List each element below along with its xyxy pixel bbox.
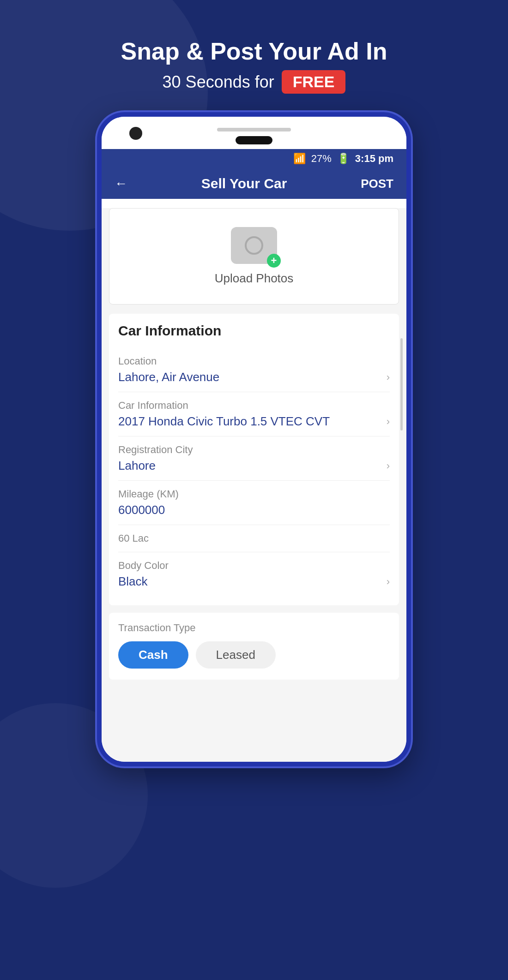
- phone-camera: [129, 127, 142, 140]
- car-model-value-row: 2017 Honda Civic Turbo 1.5 VTEC CVT ›: [118, 414, 390, 429]
- header-title: Snap & Post Your Ad In: [0, 37, 508, 66]
- phone-wrapper: 📶 27% 🔋 3:15 pm ← Sell Your Car POST + U…: [0, 112, 508, 766]
- reg-city-value-row: Lahore ›: [118, 459, 390, 473]
- location-value: Lahore, Air Avenue: [118, 370, 219, 384]
- transaction-section: Transaction Type Cash Leased: [109, 613, 399, 680]
- reg-city-label: Registration City: [118, 444, 390, 456]
- transaction-label: Transaction Type: [118, 622, 390, 634]
- location-value-row: Lahore, Air Avenue ›: [118, 370, 390, 384]
- reg-city-row[interactable]: Registration City Lahore ›: [118, 436, 390, 481]
- status-bar: 📶 27% 🔋 3:15 pm: [102, 149, 406, 168]
- nav-title: Sell Your Car: [201, 176, 287, 191]
- transaction-buttons: Cash Leased: [118, 641, 390, 669]
- body-color-row[interactable]: Body Color Black ›: [118, 552, 390, 596]
- camera-lens-icon: [245, 236, 263, 255]
- free-badge: FREE: [282, 70, 346, 94]
- car-model-chevron-icon: ›: [387, 416, 390, 428]
- body-color-value-row: Black ›: [118, 574, 390, 589]
- camera-icon-wrapper: +: [231, 227, 277, 264]
- nav-bar: ← Sell Your Car POST: [102, 168, 406, 199]
- phone-content: + Upload Photos Car Information Location…: [102, 208, 406, 762]
- location-chevron-icon: ›: [387, 371, 390, 383]
- header-subtitle: 30 Seconds for FREE: [0, 70, 508, 94]
- car-info-section: Car Information Location Lahore, Air Ave…: [109, 314, 399, 605]
- mileage-row[interactable]: Mileage (KM) 6000000: [118, 481, 390, 525]
- body-color-chevron-icon: ›: [387, 576, 390, 588]
- upload-section[interactable]: + Upload Photos: [109, 208, 399, 305]
- battery-icon: 🔋: [337, 153, 350, 165]
- status-time: 3:15 pm: [355, 153, 393, 165]
- mileage-value-row: 6000000: [118, 503, 390, 517]
- plus-icon: +: [267, 254, 281, 268]
- reg-city-value: Lahore: [118, 459, 156, 473]
- signal-icon: 📶: [293, 153, 306, 165]
- car-model-row[interactable]: Car Information 2017 Honda Civic Turbo 1…: [118, 392, 390, 436]
- phone-device: 📶 27% 🔋 3:15 pm ← Sell Your Car POST + U…: [97, 112, 411, 766]
- scrollbar: [400, 338, 403, 430]
- reg-city-chevron-icon: ›: [387, 460, 390, 472]
- phone-pill: [236, 136, 272, 144]
- price-label: 60 Lac: [118, 532, 149, 544]
- body-color-value: Black: [118, 574, 148, 589]
- back-button[interactable]: ←: [115, 176, 127, 191]
- body-color-label: Body Color: [118, 560, 390, 572]
- location-label: Location: [118, 355, 390, 367]
- leased-button[interactable]: Leased: [196, 641, 276, 669]
- price-row: 60 Lac: [118, 525, 390, 552]
- cash-button[interactable]: Cash: [118, 641, 188, 669]
- mileage-value: 6000000: [118, 503, 165, 517]
- mileage-label: Mileage (KM): [118, 488, 390, 500]
- car-model-label: Car Information: [118, 400, 390, 412]
- battery-percent: 27%: [311, 153, 332, 165]
- car-info-title: Car Information: [118, 323, 390, 339]
- location-row[interactable]: Location Lahore, Air Avenue ›: [118, 348, 390, 392]
- phone-top: [102, 117, 406, 149]
- upload-label: Upload Photos: [215, 271, 294, 286]
- phone-speaker: [217, 128, 291, 131]
- header-section: Snap & Post Your Ad In 30 Seconds for FR…: [0, 0, 508, 112]
- car-model-value: 2017 Honda Civic Turbo 1.5 VTEC CVT: [118, 414, 330, 429]
- subtitle-prefix: 30 Seconds for: [163, 72, 274, 92]
- post-button[interactable]: POST: [361, 177, 393, 191]
